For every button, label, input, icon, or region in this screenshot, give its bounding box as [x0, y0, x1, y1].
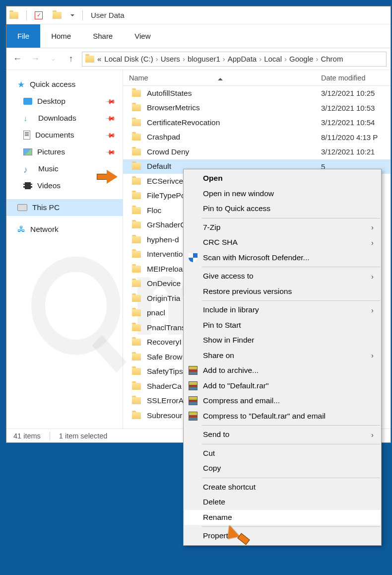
- ctx-copy[interactable]: Copy: [184, 461, 381, 476]
- window-title: User Data: [91, 11, 125, 19]
- ctx-give-access-to[interactable]: Give access to›: [184, 269, 381, 284]
- documents-icon: [23, 131, 30, 140]
- folder-icon: [132, 324, 141, 331]
- pin-icon: 📌: [105, 96, 116, 107]
- sidebar-item-documents[interactable]: Documents📌: [6, 127, 123, 144]
- folder-icon: [132, 309, 141, 316]
- desktop-icon: [23, 98, 32, 105]
- app-folder-icon: [9, 12, 18, 19]
- chevron-right-icon: ›: [371, 223, 374, 231]
- sidebar-item-pictures[interactable]: Pictures📌: [6, 144, 123, 160]
- sidebar-this-pc[interactable]: This PC: [6, 199, 123, 216]
- music-icon: ♪: [23, 165, 33, 173]
- ctx-add-to-default-rar[interactable]: Add to "Default.rar": [184, 378, 381, 394]
- status-selected-count: 1 item selected: [59, 432, 108, 440]
- recent-dropdown-icon[interactable]: ⌵: [46, 52, 60, 66]
- folder-icon: [132, 163, 141, 170]
- pin-icon: 📌: [105, 113, 116, 124]
- ctx-compress-to-default-rar-and-email[interactable]: Compress to "Default.rar" and email: [184, 409, 381, 424]
- column-headers[interactable]: Name Date modified: [123, 70, 391, 86]
- folder-row[interactable]: AutofillStates3/12/2021 10:25: [123, 86, 391, 101]
- ctx-delete[interactable]: Delete: [184, 495, 381, 510]
- folder-icon: [132, 295, 141, 302]
- forward-button[interactable]: →: [28, 52, 42, 66]
- network-icon: 🖧: [17, 225, 25, 234]
- sort-caret-icon: [218, 78, 223, 80]
- chevron-right-icon: ›: [371, 272, 374, 281]
- folder-row[interactable]: BrowserMetrics3/12/2021 10:53: [123, 101, 391, 116]
- folder-icon: [132, 90, 141, 97]
- chevron-right-icon: ›: [371, 306, 374, 314]
- folder-icon: [132, 119, 141, 126]
- addressbar: ← → ⌵ ↑ « Local Disk (C:)› Users› blogus…: [6, 48, 391, 70]
- folder-icon: [132, 412, 141, 419]
- folder-row[interactable]: Crashpad8/11/2020 4:13 P: [123, 130, 391, 145]
- ctx-pin-to-start[interactable]: Pin to Start: [184, 318, 381, 333]
- star-icon: ★: [17, 79, 25, 90]
- sidebar-item-desktop[interactable]: Desktop📌: [6, 93, 123, 110]
- folder-icon: [132, 397, 141, 404]
- ctx-compress-and-email[interactable]: Compress and email...: [184, 393, 381, 409]
- folder-icon: [132, 368, 141, 375]
- ctx-create-shortcut[interactable]: Create shortcut: [184, 480, 381, 495]
- thispc-icon: [17, 204, 27, 211]
- pin-icon: 📌: [105, 146, 116, 157]
- folder-row[interactable]: CertificateRevocation3/12/2021 10:54: [123, 115, 391, 130]
- ctx-scan-with-microsoft-defender[interactable]: Scan with Microsoft Defender...: [184, 250, 381, 266]
- tab-share[interactable]: Share: [82, 24, 124, 48]
- callout-arrow-rename: [225, 528, 248, 546]
- ctx-include-in-library[interactable]: Include in library›: [184, 302, 381, 318]
- ctx-crc-sha[interactable]: CRC SHA›: [184, 235, 381, 250]
- chevron-right-icon: ›: [371, 238, 374, 247]
- ctx-open[interactable]: Open: [184, 171, 381, 186]
- chevron-right-icon: ›: [371, 351, 374, 359]
- ctx-pin-to-quick-access[interactable]: Pin to Quick access: [184, 201, 381, 216]
- ctx-send-to[interactable]: Send to›: [184, 427, 381, 442]
- sidebar-network[interactable]: 🖧 Network: [6, 221, 123, 238]
- ribbon: File Home Share View: [6, 24, 391, 48]
- folder-icon: [132, 280, 141, 287]
- folder-icon: [132, 134, 141, 141]
- folder-icon: [132, 148, 141, 155]
- tab-file[interactable]: File: [6, 24, 40, 48]
- rar-icon: [189, 381, 197, 390]
- rar-icon: [189, 396, 197, 405]
- ctx-share-on[interactable]: Share on›: [184, 348, 381, 363]
- rar-icon: [189, 412, 197, 421]
- sidebar-item-downloads[interactable]: ↓Downloads📌: [6, 110, 123, 127]
- folder-icon: [132, 207, 141, 214]
- qat-properties-icon[interactable]: ✓: [35, 11, 43, 19]
- rar-icon: [189, 366, 197, 375]
- titlebar: ✓ User Data: [6, 6, 391, 24]
- up-button[interactable]: ↑: [64, 52, 78, 66]
- ctx-add-to-archive[interactable]: Add to archive...: [184, 363, 381, 378]
- folder-row[interactable]: Crowd Deny3/12/2021 10:21: [123, 144, 391, 159]
- sidebar-quick-access[interactable]: ★ Quick access: [6, 76, 123, 93]
- breadcrumb[interactable]: « Local Disk (C:)› Users› bloguser1› App…: [82, 52, 387, 67]
- ctx-propert[interactable]: Propert: [184, 528, 381, 544]
- pin-icon: 📌: [105, 130, 116, 141]
- breadcrumb-folder-icon: [85, 56, 94, 63]
- nav-sidebar: ★ Quick access Desktop📌↓Downloads📌Docume…: [6, 70, 123, 429]
- back-button[interactable]: ←: [10, 52, 24, 66]
- pictures-icon: [23, 148, 32, 155]
- ctx-open-in-new-window[interactable]: Open in new window: [184, 186, 381, 202]
- chevron-right-icon: ›: [371, 431, 374, 439]
- shield-icon: [189, 253, 197, 262]
- folder-icon: [132, 178, 141, 185]
- tab-view[interactable]: View: [124, 24, 161, 48]
- folder-icon: [132, 339, 141, 346]
- ctx-show-in-finder[interactable]: Show in Finder: [184, 333, 381, 348]
- ctx-restore-previous-versions[interactable]: Restore previous versions: [184, 284, 381, 299]
- ctx-7-zip[interactable]: 7-Zip›: [184, 220, 381, 235]
- videos-icon: [23, 182, 32, 189]
- qat-dropdown-icon[interactable]: [70, 14, 74, 16]
- ctx-rename[interactable]: Rename: [184, 510, 381, 525]
- tab-home[interactable]: Home: [40, 24, 82, 48]
- status-item-count: 41 items: [13, 432, 41, 440]
- folder-icon: [132, 104, 141, 111]
- qat-newfolder-icon[interactable]: [53, 12, 62, 19]
- folder-icon: [132, 266, 141, 273]
- ctx-cut[interactable]: Cut: [184, 446, 381, 461]
- folder-icon: [132, 221, 141, 228]
